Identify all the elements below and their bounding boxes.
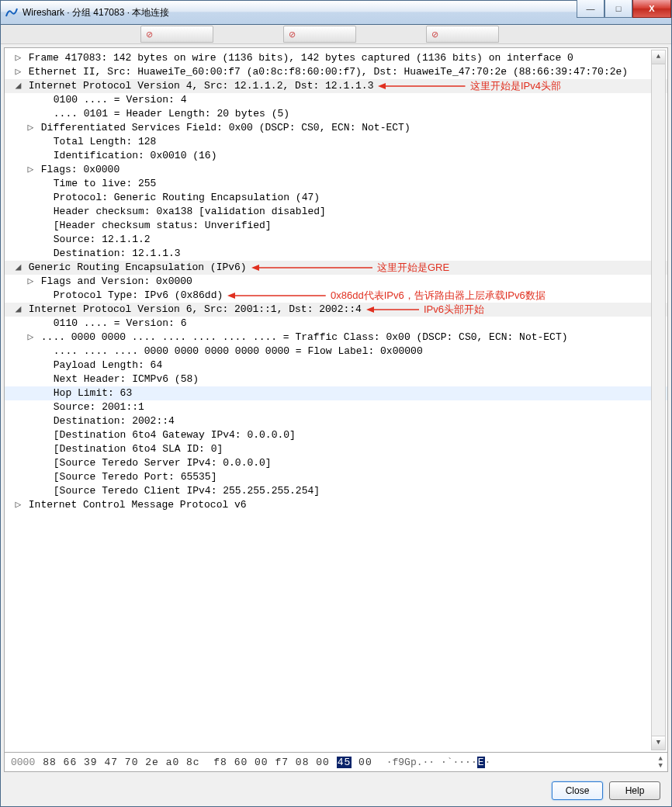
- tree-spacer: [39, 470, 47, 484]
- tree-row[interactable]: Destination: 2002::4: [5, 414, 667, 428]
- tree-row[interactable]: Protocol Type: IPv6 (0x86dd): [5, 289, 667, 303]
- tree-row[interactable]: Source: 12.1.1.2: [5, 233, 667, 247]
- window-title: Wireshark · 分组 417083 · 本地连接: [23, 6, 577, 19]
- tree-row[interactable]: ▷ Frame 417083: 142 bytes on wire (1136 …: [5, 51, 667, 65]
- tree-label: Identification: 0x0010 (16): [47, 150, 216, 161]
- tree-row[interactable]: Identification: 0x0010 (16): [5, 149, 667, 163]
- tree-row[interactable]: ▷ .... 0000 0000 .... .... .... .... ...…: [5, 331, 667, 345]
- tree-label: Header checksum: 0xa138 [validation disa…: [47, 206, 326, 217]
- expand-icon[interactable]: ▷: [26, 275, 35, 289]
- tree-row[interactable]: .... 0101 = Header Length: 20 bytes (5): [5, 107, 667, 121]
- tree-spacer: [39, 484, 47, 498]
- background-tab: ⊘: [140, 26, 213, 43]
- vertical-scrollbar[interactable]: ▲ ▼: [651, 50, 666, 750]
- titlebar[interactable]: Wireshark · 分组 417083 · 本地连接 — □ X: [1, 1, 671, 25]
- hex-bytes: 88 66 39 47 70 2e a0 8c f8 60 00 f7 08 0…: [43, 757, 372, 768]
- tree-label: 0100 .... = Version: 4: [47, 94, 186, 106]
- tree-row[interactable]: [Destination 6to4 Gateway IPv4: 0.0.0.0]: [5, 428, 667, 442]
- tree-spacer: [39, 219, 47, 233]
- tree-row[interactable]: ▷ Differentiated Services Field: 0x00 (D…: [5, 121, 667, 135]
- tree-spacer: [39, 135, 47, 149]
- tree-label: [Source Teredo Client IPv4: 255.255.255.…: [47, 485, 320, 497]
- collapse-icon[interactable]: ◢: [14, 79, 23, 93]
- scroll-up-icon[interactable]: ▲: [652, 50, 665, 64]
- tree-row[interactable]: Payload Length: 64: [5, 358, 667, 372]
- tree-label: Time to live: 255: [47, 178, 156, 189]
- expand-icon[interactable]: ▷: [26, 121, 35, 135]
- tree-spacer: [39, 93, 47, 107]
- tree-row[interactable]: .... .... .... 0000 0000 0000 0000 0000 …: [5, 345, 667, 358]
- tree-row[interactable]: Next Header: ICMPv6 (58): [5, 372, 667, 386]
- tree-row[interactable]: Protocol: Generic Routing Encapsulation …: [5, 191, 667, 205]
- help-button[interactable]: Help: [609, 781, 660, 800]
- window-controls: — □ X: [577, 1, 671, 24]
- tree-row[interactable]: ▷ Ethernet II, Src: HuaweiTe_60:00:f7 (a…: [5, 65, 667, 79]
- tree-spacer: [39, 372, 47, 386]
- tree-spacer: [39, 205, 47, 219]
- tree-label: Internet Control Message Protocol v6: [23, 499, 247, 511]
- tree-label: Total Length: 128: [47, 136, 156, 147]
- tree-spacer: [39, 414, 47, 428]
- tree-label: Hop Limit: 63: [47, 387, 132, 399]
- tree-spacer: [39, 386, 47, 400]
- tree-row[interactable]: ◢ Internet Protocol Version 6, Src: 2001…: [5, 303, 667, 317]
- tree-spacer: [39, 289, 47, 303]
- tree-row[interactable]: 0110 .... = Version: 6: [5, 317, 667, 331]
- tree-spacer: [39, 247, 47, 261]
- packet-tree[interactable]: ▷ Frame 417083: 142 bytes on wire (1136 …: [5, 48, 667, 752]
- hex-scrollbar[interactable]: ▲▼: [659, 756, 663, 769]
- tree-row[interactable]: ▷ Internet Control Message Protocol v6: [5, 498, 667, 512]
- collapse-icon[interactable]: ◢: [14, 261, 23, 275]
- tree-spacer: [39, 107, 47, 121]
- tree-label: Ethernet II, Src: HuaweiTe_60:00:f7 (a0:…: [23, 66, 628, 78]
- tree-label: Generic Routing Encapsulation (IPv6): [23, 261, 247, 273]
- tree-row[interactable]: ▷ Flags and Version: 0x0000: [5, 275, 667, 289]
- maximize-button[interactable]: □: [604, 0, 632, 18]
- dialog-footer: Close Help: [1, 775, 671, 806]
- tree-row[interactable]: ▷ Flags: 0x0000: [5, 163, 667, 177]
- tree-spacer: [39, 400, 47, 414]
- tree-row[interactable]: Source: 2001::1: [5, 400, 667, 414]
- expand-icon[interactable]: ▷: [14, 65, 23, 79]
- tree-row[interactable]: 0100 .... = Version: 4: [5, 93, 667, 107]
- tree-row[interactable]: ◢ Generic Routing Encapsulation (IPv6): [5, 261, 667, 275]
- tree-row[interactable]: [Header checksum status: Unverified]: [5, 219, 667, 233]
- tree-label: Protocol Type: IPv6 (0x86dd): [47, 289, 223, 301]
- hex-ascii: ·f9Gp.·· ·`····E·: [386, 757, 491, 768]
- tree-label: Internet Protocol Version 6, Src: 2001::…: [23, 303, 362, 315]
- tab-close-icon: ⊘: [146, 29, 153, 39]
- tree-row[interactable]: ◢ Internet Protocol Version 4, Src: 12.1…: [5, 79, 667, 93]
- tree-row[interactable]: [Source Teredo Port: 65535]: [5, 470, 667, 484]
- expand-icon[interactable]: ▷: [26, 163, 35, 177]
- background-tab: ⊘: [426, 26, 499, 43]
- collapse-icon[interactable]: ◢: [14, 303, 23, 317]
- tree-label: Protocol: Generic Routing Encapsulation …: [47, 192, 320, 203]
- tree-row[interactable]: [Destination 6to4 SLA ID: 0]: [5, 442, 667, 456]
- tree-label: Differentiated Services Field: 0x00 (DSC…: [35, 122, 410, 133]
- tree-row[interactable]: [Source Teredo Server IPv4: 0.0.0.0]: [5, 456, 667, 470]
- tree-row[interactable]: Total Length: 128: [5, 135, 667, 149]
- close-button[interactable]: Close: [552, 781, 603, 800]
- tree-label: [Header checksum status: Unverified]: [47, 220, 272, 231]
- tree-label: Destination: 12.1.1.3: [47, 248, 181, 259]
- expand-icon[interactable]: ▷: [14, 51, 23, 65]
- tree-row[interactable]: Hop Limit: 63: [5, 386, 667, 400]
- minimize-button[interactable]: —: [577, 0, 604, 18]
- scroll-down-icon[interactable]: ▼: [652, 736, 665, 750]
- tree-spacer: [39, 456, 47, 470]
- tree-row[interactable]: [Source Teredo Client IPv4: 255.255.255.…: [5, 484, 667, 498]
- tree-row[interactable]: Destination: 12.1.1.3: [5, 247, 667, 261]
- tree-row[interactable]: Time to live: 255: [5, 177, 667, 191]
- background-tab: ⊘: [283, 26, 356, 43]
- expand-icon[interactable]: ▷: [26, 331, 35, 345]
- expand-icon[interactable]: ▷: [14, 498, 23, 512]
- close-window-button[interactable]: X: [632, 0, 671, 18]
- hex-viewer[interactable]: 0000 88 66 39 47 70 2e a0 8c f8 60 00 f7…: [5, 752, 667, 771]
- tree-label: Destination: 2002::4: [47, 415, 175, 427]
- tree-spacer: [39, 345, 47, 358]
- tree-label: Internet Protocol Version 4, Src: 12.1.1…: [23, 80, 373, 92]
- tree-label: Source: 2001::1: [47, 401, 144, 413]
- tree-label: 0110 .... = Version: 6: [47, 317, 186, 329]
- tree-label: .... .... .... 0000 0000 0000 0000 0000 …: [47, 345, 423, 357]
- tree-row[interactable]: Header checksum: 0xa138 [validation disa…: [5, 205, 667, 219]
